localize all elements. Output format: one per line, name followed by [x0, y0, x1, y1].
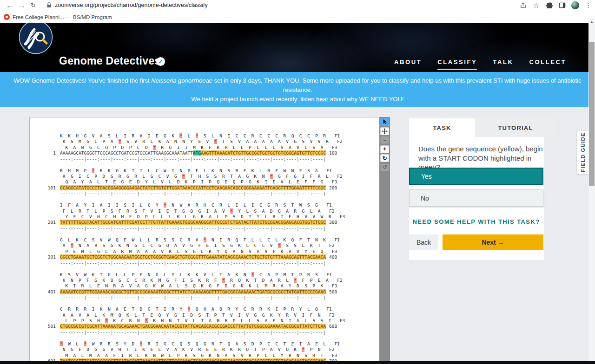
url-bar[interactable]: zooniverse.org/projects/charrod/genome-d… [55, 1, 208, 9]
frame-row: K S M G L P A * S V R L K A N N Y E V * … [60, 139, 334, 144]
frame-label: F1 [331, 341, 353, 347]
next-button[interactable]: Next → [443, 234, 543, 250]
field-guide-label: FIELD GUIDE [580, 132, 586, 172]
bookmark-label: BS/MD Program [73, 14, 112, 20]
frame-row: A G I C P D G R G R L S C V G * T H S S … [60, 174, 334, 179]
sequence-content: K K H G V A S L I R A I E G K * L * S L … [30, 117, 379, 362]
frame-label: F2 [326, 208, 348, 214]
page-scrollbar: ▲ ▼ [588, 19, 595, 364]
nav-classify[interactable]: CLASSIFY [437, 58, 477, 70]
profile-avatar[interactable] [571, 1, 579, 9]
tab-task[interactable]: TASK [409, 118, 475, 137]
site-header: Genome Detectives ✓ ABOUT CLASSIFY TALK … [0, 23, 595, 72]
bookmark-favicon: — [64, 16, 70, 19]
browser-forward-icon[interactable]: → [19, 0, 26, 11]
frame-row: M A L M A A F I R L K N W L P K S G K N … [60, 353, 329, 358]
dna-row: AAAAAGCATGGGGTTGCCAGCCTGATCCGTGCGATTGAAG… [60, 150, 326, 156]
menu-kebab-icon[interactable]: ⋮ [584, 1, 592, 9]
task-help-link[interactable]: NEED SOME HELP WITH THIS TASK? [409, 218, 543, 225]
frame-label: F2 [326, 312, 348, 318]
sequence-block: K K H G V A S L I R A I E G K * L * S L … [30, 133, 379, 162]
field-guide-tab[interactable]: FIELD GUIDE [577, 131, 588, 174]
nav-talk[interactable]: TALK [493, 58, 513, 70]
frame-row: N G F D G G V H T I K E L V A K V R E E … [60, 347, 326, 352]
frame-row: G L K C S V W Q E W L L R S S C R V * N … [60, 237, 331, 243]
line-number: 500 [326, 289, 348, 295]
sequence-block: K S V W K T G L L P E N G L Y L K K V L … [30, 272, 379, 301]
viewer-toolbar: − + ↻ ↺ [379, 117, 390, 361]
frame-label: F1 [331, 133, 353, 139]
hear-link[interactable]: hear [316, 96, 328, 103]
frame-row: P E M L G L A R M A A A V K L S G L K Y … [60, 249, 329, 254]
line-number: 1 [30, 150, 60, 156]
share-icon[interactable] [519, 1, 527, 9]
frame-row: C R R R I K N A E T D G T I R Y * Q H A … [60, 306, 323, 312]
answer-no-button[interactable]: No [409, 189, 543, 207]
gene-highlight: CTGCCGCCGTCGCATTAAAAATGCAGAAACTGACGGAACA… [60, 324, 326, 329]
extensions-icon[interactable] [545, 1, 553, 9]
browser-refresh-icon[interactable]: ↻ [31, 0, 36, 11]
project-logo[interactable] [19, 23, 53, 54]
line-number: 101 [30, 185, 60, 191]
gene-highlight: GCAGGCATATGCCCTGACGGAAGGGGAAGACTATCTTGTG… [60, 185, 326, 190]
sequence-block: I F A Y I A I I S I L C Y * N W A R H C … [30, 202, 379, 231]
bookmark-star-icon[interactable]: ☆ [532, 1, 540, 9]
frame-label: F1 [331, 237, 353, 243]
line-number: 501 [30, 324, 60, 329]
banner-text: WOW Genome Detectives! You've finished t… [12, 76, 583, 94]
zoom-in-icon[interactable]: + [380, 145, 389, 153]
dna-row: AAAAATCCGTTTGGAAAACAGGGCTGTTGCCGGAAAATGG… [60, 289, 326, 295]
frame-label: F3 [329, 353, 350, 358]
frame-row: I F A Y I A I I S I L C Y * N W A R H C … [60, 202, 323, 208]
bookmarks-bar: Free College Planni... — BS/MD Program [0, 11, 595, 24]
dna-row: CTGCCGCCGTCGCATTAAAAATGCAGAAACTGACGGAACA… [60, 324, 326, 329]
rotate-icon[interactable]: ↻ [380, 154, 389, 162]
zoom-out-icon[interactable]: − [380, 136, 389, 144]
gene-highlight: GGCCTGAAATGCTCGGTCTGGCAAGAATGGCTGCTGCGGT… [60, 254, 326, 260]
ruler-row: ----:----|----:----|----:----|----:----|… [60, 191, 326, 196]
frame-label: F1 [323, 168, 345, 174]
line-number: 400 [326, 254, 348, 260]
frame-label: F3 [329, 283, 350, 289]
bookmark-item[interactable]: Free College Planni... [4, 11, 64, 23]
dna-row: GCAGGCATATGCCCTGACGGAAGGGGAAGACTATCTTGTG… [60, 185, 326, 191]
sidepanel-icon[interactable] [558, 1, 566, 9]
project-title[interactable]: Genome Detectives [59, 55, 161, 67]
task-tabs: TASK TUTORIAL [409, 118, 556, 137]
annotate-pointer-tool[interactable] [380, 118, 389, 126]
ruler-row: ----:----|----:----|----:----|----:----|… [60, 295, 326, 300]
nav-about[interactable]: ABOUT [394, 58, 422, 70]
task-content: Does the gene sequence (yellow), begin w… [409, 137, 544, 260]
ruler-row: ----:----|----:----|----:----|----:----|… [60, 156, 326, 162]
bookmark-item[interactable]: — BS/MD Program [64, 11, 112, 23]
frame-row: * W L * W R R S Y D * R I G C Q S Q G R … [60, 341, 331, 347]
frame-row: Q A Y A L T E G E D Y L V L D K P I P Q … [60, 179, 329, 185]
frame-row: A * N A R S G K N G C C G Q A V G F E I … [60, 243, 326, 248]
scrollbar-thumb[interactable] [589, 42, 595, 186]
frame-label: F2 [326, 243, 348, 248]
scroll-up-icon[interactable]: ▲ [588, 19, 595, 24]
frame-row: F L R T L P S F R S F V I E T G Q G I A … [60, 208, 326, 214]
approved-badge-icon: ✓ [156, 57, 165, 66]
nav-collect[interactable]: COLLECT [529, 58, 566, 70]
browser-back-icon[interactable]: ← [6, 0, 13, 11]
gene-highlight: AAGTTTAAACATCTGTTGCCGCTGCTGCTGTCGGCAGTGT… [201, 150, 326, 156]
main-nav: ABOUT CLASSIFY TALK COLLECT [394, 58, 566, 70]
line-number: 301 [30, 254, 60, 260]
frame-label: F2 [326, 347, 348, 352]
ruler-row: ----:----|----:----|----:----|----:----|… [60, 226, 326, 231]
announcement-banner: WOW Genome Detectives! You've finished t… [0, 72, 595, 107]
sequence-block: * W L * W R R S Y D * R I G C Q S Q G R … [30, 341, 379, 362]
frame-label: F3 [337, 214, 358, 220]
move-tool-icon[interactable] [380, 127, 389, 135]
start-codon-highlight: ATG [193, 150, 201, 156]
frame-label: F1 [323, 272, 345, 278]
tab-tutorial[interactable]: TUTORIAL [475, 118, 556, 137]
reset-view-icon[interactable]: ↺ [380, 163, 389, 171]
sequence-panel[interactable]: K K H G V A S L I R A I E G K * L * S L … [29, 117, 380, 362]
banner-text-2: We held a project launch event recently:… [0, 95, 595, 104]
ruler-row: ----:----|----:----|----:----|----:----|… [60, 260, 326, 266]
frame-label: F1 [323, 202, 345, 208]
answer-yes-button[interactable]: Yes [409, 168, 543, 185]
back-button[interactable]: Back [409, 234, 438, 250]
